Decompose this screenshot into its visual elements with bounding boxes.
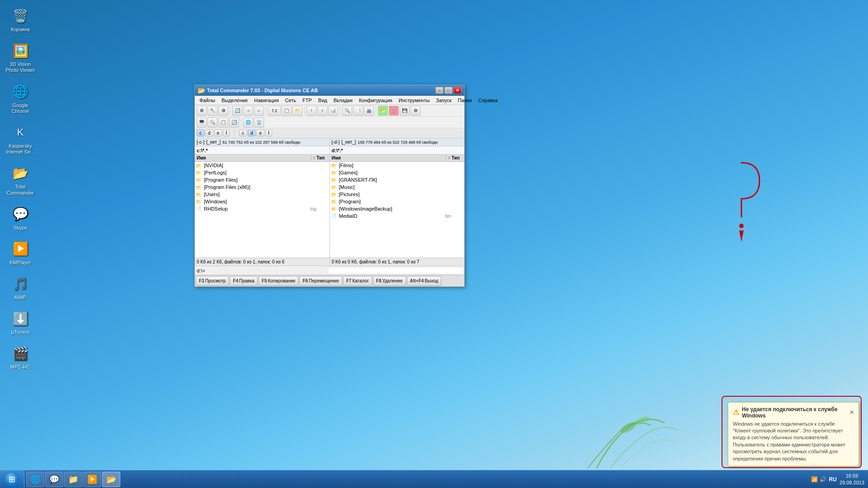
taskbar-total-commander[interactable]: 📂 <box>102 472 120 487</box>
tc-left-path[interactable]: c:\*.* <box>195 146 330 155</box>
tc-left-file-rhdsetup[interactable]: 📄 RHDSetup log <box>195 205 330 212</box>
tc-right-file-pictures[interactable]: 📁 [Pictures] <box>330 191 465 198</box>
tc-tool-btn-25[interactable]: 🗑️ <box>254 117 264 127</box>
tc-fn6-button[interactable]: F6 Перемещение <box>299 276 342 286</box>
tc-minimize-button[interactable]: – <box>435 87 443 94</box>
taskbar-chrome[interactable]: 🌐 <box>26 472 44 487</box>
tc-tool-btn-16[interactable]: 📂 <box>378 106 388 116</box>
desktop-icon-aimp[interactable]: 🎵 AIMP <box>2 272 38 303</box>
tc-menu-network[interactable]: Сеть <box>283 97 299 103</box>
tc-menu-folders[interactable]: Папки <box>455 97 475 103</box>
tc-tool-btn-8[interactable]: 📋 <box>282 106 292 116</box>
tc-tool-btn-9[interactable]: 📁 <box>292 106 302 116</box>
tc-tool-btn-3[interactable]: ⚙ <box>218 106 228 116</box>
tc-right-path[interactable]: d:\*.* <box>330 146 465 155</box>
tc-menu-view[interactable]: Вид <box>316 97 330 103</box>
tc-menu-navigation[interactable]: Навигация <box>251 97 281 103</box>
tc-fn8-button[interactable]: F8 Удаление <box>373 276 406 286</box>
tc-right-file-mediaid[interactable]: 📄 MediaID bin <box>330 212 465 220</box>
tc-right-file-program[interactable]: 📁 [Program] <box>330 198 465 205</box>
tc-tool-btn-14[interactable]: 📑 <box>353 106 363 116</box>
tc-menu-files[interactable]: Файлы <box>197 97 218 103</box>
tc-tool-btn-10[interactable]: ↑ <box>307 106 316 116</box>
start-button[interactable]: ⊞ <box>0 470 24 488</box>
tc-fn7-button[interactable]: F7 Каталог <box>343 276 372 286</box>
tc-tool-btn-1[interactable]: ⚙ <box>197 106 207 116</box>
tc-fn5-button[interactable]: F5 Копирование <box>259 276 299 286</box>
tc-right-file-music[interactable]: 📁 [Music] <box>330 183 465 191</box>
taskbar-tc-icon: 📂 <box>106 474 116 484</box>
notification-close-button[interactable]: ✕ <box>849 409 854 416</box>
tc-menu-run[interactable]: Запуск <box>433 97 454 103</box>
tc-right-file-games[interactable]: 📁 [Games] <box>330 169 465 176</box>
tc-left-drive-c[interactable]: c <box>197 130 204 136</box>
tc-tool-btn-18[interactable]: 💾 <box>400 106 410 116</box>
tc-altf4-button[interactable]: Alt+F4 Выход <box>407 276 442 286</box>
tc-tool-btn-2[interactable]: 🔧 <box>208 106 217 116</box>
tc-tool-btn-11[interactable]: ↕ <box>317 106 327 116</box>
tc-fn3-button[interactable]: F3 Просмотр <box>196 276 229 286</box>
desktop-icon-photo-viewer[interactable]: 🖼️ 3D VisionPhoto Viewer <box>2 39 38 75</box>
desktop-icon-total-commander[interactable]: 📂 TotalCommander <box>2 162 38 198</box>
tc-tool-btn-17[interactable]: 🗑️ <box>389 106 399 116</box>
tc-tool-btn-22[interactable]: 📋 <box>218 117 228 127</box>
tc-right-drive-f[interactable]: f <box>265 130 272 136</box>
tc-tool-btn-20[interactable]: 🖥️ <box>197 117 207 127</box>
tc-right-drive-e[interactable]: e <box>256 130 264 136</box>
desktop-icon-utorrent[interactable]: ⬇️ µTorrent <box>2 307 38 338</box>
tc-left-file-perflogs[interactable]: 📁 [PerfLogs] <box>195 169 330 176</box>
taskbar-explorer[interactable]: 📁 <box>64 472 82 487</box>
tc-tool-btn-7[interactable]: 7.2 <box>268 106 281 116</box>
tc-tool-btn-13[interactable]: 🔍 <box>342 106 352 116</box>
folder-icon: 📁 <box>331 206 338 211</box>
tc-menu-tools[interactable]: Инструменты <box>396 97 433 103</box>
windows-orb[interactable]: ⊞ <box>5 472 19 487</box>
taskbar-language[interactable]: RU <box>829 476 837 483</box>
tc-fn4-button[interactable]: F4 Правка <box>230 276 257 286</box>
volume-icon[interactable]: 🔊 <box>820 476 826 483</box>
tc-left-drive-e[interactable]: e <box>214 130 222 136</box>
taskbar-skype[interactable]: 💬 <box>45 472 63 487</box>
tc-maximize-button[interactable]: □ <box>444 87 453 94</box>
tc-left-file-nvidia[interactable]: 📁 [NVIDIA] <box>195 162 330 169</box>
tc-tool-btn-24[interactable]: 🌐 <box>243 117 253 127</box>
tc-right-drive-d[interactable]: d <box>248 130 256 136</box>
tc-left-net-label: [_нет_] <box>206 140 221 145</box>
tc-left-file-programfiles[interactable]: 📁 [Program Files] <box>195 176 330 183</box>
taskbar-media[interactable]: ▶️ <box>83 472 101 487</box>
tc-cmd-input[interactable] <box>329 268 462 273</box>
tc-menu-tabs[interactable]: Вкладки <box>331 97 355 103</box>
tc-tool-btn-6[interactable]: ← <box>254 106 264 116</box>
tc-right-file-gransert[interactable]: 📁 [GRANSERT-ПК] <box>330 176 465 183</box>
tc-right-drive-c[interactable]: c <box>239 130 247 136</box>
tc-left-drive-f[interactable]: f <box>223 130 230 136</box>
tc-left-file-users[interactable]: 📁 [Users] <box>195 191 330 198</box>
tc-tool-btn-5[interactable]: → <box>243 106 253 116</box>
tc-tool-btn-19[interactable]: ⚙ <box>410 106 420 116</box>
tc-right-file-list[interactable]: 📁 [Films] 📁 [Games] 📁 [GRANSERT-ПК] <box>330 162 465 258</box>
desktop-icon-chrome[interactable]: 🌐 GoogleChrome <box>2 80 38 117</box>
tc-tool-btn-15[interactable]: 🖨️ <box>364 106 374 116</box>
desktop-icon-skype[interactable]: 💬 Skype <box>2 203 38 233</box>
tc-tool-btn-21[interactable]: 🔍 <box>208 117 217 127</box>
tc-tool-btn-4[interactable]: 🔄 <box>232 106 242 116</box>
tc-right-file-windowsimage[interactable]: 📁 [WindowsImageBackup] <box>330 205 465 212</box>
tc-left-filename-windows: [Windows] <box>203 199 311 204</box>
tc-menu-ftp[interactable]: FTP <box>300 97 315 103</box>
tc-right-file-films[interactable]: 📁 [Films] <box>330 162 465 169</box>
tc-left-drive-d[interactable]: d <box>205 130 213 136</box>
desktop-icon-mpc-hc[interactable]: 🎬 MPC-HC <box>2 342 38 372</box>
taskbar-clock[interactable]: 16:59 29.09.2013 <box>840 473 864 486</box>
tc-menu-selection[interactable]: Выделение <box>219 97 250 103</box>
tc-close-button[interactable]: ✕ <box>453 87 462 94</box>
tc-left-file-windows[interactable]: 📁 [Windows] <box>195 198 330 205</box>
tc-left-file-list[interactable]: 📁 [NVIDIA] 📁 [PerfLogs] 📁 [Program Files… <box>195 162 330 258</box>
tc-tool-btn-23[interactable]: 🔄 <box>229 117 239 127</box>
desktop-icon-kaspersky[interactable]: K KasperskyInternet Se... <box>2 121 38 157</box>
tc-menu-help[interactable]: Справка <box>476 97 500 103</box>
tc-tool-btn-12[interactable]: 📊 <box>328 106 338 116</box>
desktop-icon-recycle-bin[interactable]: 🗑️ Корзина <box>2 5 38 35</box>
desktop-icon-kmplayer[interactable]: ▶️ KMPlayer <box>2 238 38 268</box>
tc-menu-config[interactable]: Конфигурация <box>356 97 395 103</box>
tc-left-file-programfiles86[interactable]: 📁 [Program Files (x86)] <box>195 183 330 191</box>
